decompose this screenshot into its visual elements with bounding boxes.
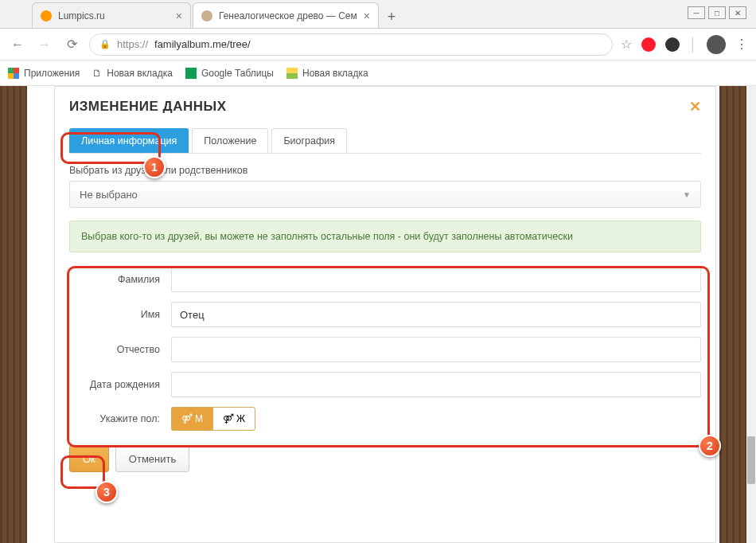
chevron-down-icon: ▼	[683, 190, 691, 199]
browser-tab-bar: Lumpics.ru × Генеалогическое древо — Сем…	[0, 0, 756, 29]
dob-label: Дата рождения	[69, 379, 171, 390]
url-protocol: https://	[117, 38, 148, 50]
background-decoration	[719, 86, 746, 543]
friend-select[interactable]: Не выбрано ▼	[69, 181, 701, 208]
profile-avatar[interactable]	[707, 35, 726, 54]
patronymic-label: Отчество	[69, 344, 171, 355]
scrollbar[interactable]	[746, 86, 756, 543]
menu-icon[interactable]: ⋮	[735, 37, 748, 52]
ok-button[interactable]: Ок	[69, 445, 109, 472]
extension-opera-icon[interactable]	[641, 37, 656, 52]
modal-tabs: Личная информация Положение Биография	[69, 128, 701, 154]
favicon-icon	[201, 10, 212, 21]
apps-button[interactable]: Приложения	[8, 68, 80, 79]
url-path: familyalbum.me/tree/	[154, 38, 251, 50]
apps-icon	[8, 68, 19, 79]
page-icon: 🗋	[92, 68, 102, 79]
extension-icon[interactable]	[665, 37, 680, 52]
surname-input[interactable]	[171, 267, 701, 292]
lock-icon: 🔒	[99, 39, 111, 49]
friend-select-label: Выбрать из друзей или родственников	[69, 165, 701, 176]
name-label: Имя	[69, 309, 171, 320]
nav-back-icon[interactable]: ←	[8, 35, 27, 54]
tab-personal-info[interactable]: Личная информация	[69, 128, 189, 153]
image-icon	[286, 68, 298, 79]
new-tab-button[interactable]: +	[380, 6, 403, 28]
tab-biography[interactable]: Биография	[271, 128, 347, 153]
dob-input[interactable]	[171, 372, 701, 397]
gender-female-button[interactable]: ⚤Ж	[212, 407, 255, 431]
select-value: Не выбрано	[80, 189, 138, 201]
browser-tab-2[interactable]: Генеалогическое древо — Сем ×	[193, 2, 379, 28]
bookmark-item[interactable]: Новая вкладка	[286, 68, 368, 79]
tab-close-icon[interactable]: ×	[364, 10, 370, 22]
cancel-button[interactable]: Отменить	[115, 445, 189, 472]
gender-label: Укажите пол:	[69, 413, 171, 424]
favicon-icon	[41, 10, 52, 21]
url-input[interactable]: 🔒 https://familyalbum.me/tree/	[89, 33, 613, 56]
nav-reload-icon[interactable]: ⟳	[62, 35, 81, 54]
nav-forward-icon[interactable]: →	[35, 35, 54, 54]
male-icon: ⚤	[181, 413, 193, 424]
form-fields: Фамилия Имя Отчество Дата рождения Укажи…	[69, 267, 701, 431]
separator: │	[689, 37, 697, 52]
bookmark-item[interactable]: 🗋 Новая вкладка	[92, 68, 173, 79]
star-icon[interactable]: ☆	[621, 37, 632, 52]
tab-close-icon[interactable]: ×	[176, 10, 182, 22]
info-message: Выбрав кого-то из друзей, вы можете не з…	[69, 221, 701, 252]
background-decoration	[0, 86, 27, 543]
modal-title: ИЗМЕНЕНИЕ ДАННЫХ	[69, 99, 226, 115]
gender-male-button[interactable]: ⚤М	[171, 407, 212, 431]
bookmark-item[interactable]: Google Таблицы	[185, 68, 274, 79]
bookmarks-bar: Приложения 🗋 Новая вкладка Google Таблиц…	[0, 61, 756, 86]
sheets-icon	[185, 68, 197, 79]
scrollbar-thumb[interactable]	[747, 436, 755, 484]
tab-title: Lumpics.ru	[58, 10, 105, 21]
edit-data-modal: ИЗМЕНЕНИЕ ДАННЫХ ✕ Личная информация Пол…	[54, 86, 716, 543]
patronymic-input[interactable]	[171, 337, 701, 362]
surname-label: Фамилия	[69, 274, 171, 285]
name-input[interactable]	[171, 302, 701, 327]
window-maximize[interactable]: □	[708, 6, 726, 19]
female-icon: ⚤	[223, 413, 234, 424]
tab-title: Генеалогическое древо — Сем	[219, 10, 357, 21]
modal-close-icon[interactable]: ✕	[689, 98, 701, 115]
browser-tab-1[interactable]: Lumpics.ru ×	[32, 2, 191, 28]
window-minimize[interactable]: ─	[688, 6, 705, 19]
window-close[interactable]: ✕	[729, 6, 746, 19]
tab-position[interactable]: Положение	[192, 128, 268, 153]
address-bar: ← → ⟳ 🔒 https://familyalbum.me/tree/ ☆ │…	[0, 29, 756, 61]
